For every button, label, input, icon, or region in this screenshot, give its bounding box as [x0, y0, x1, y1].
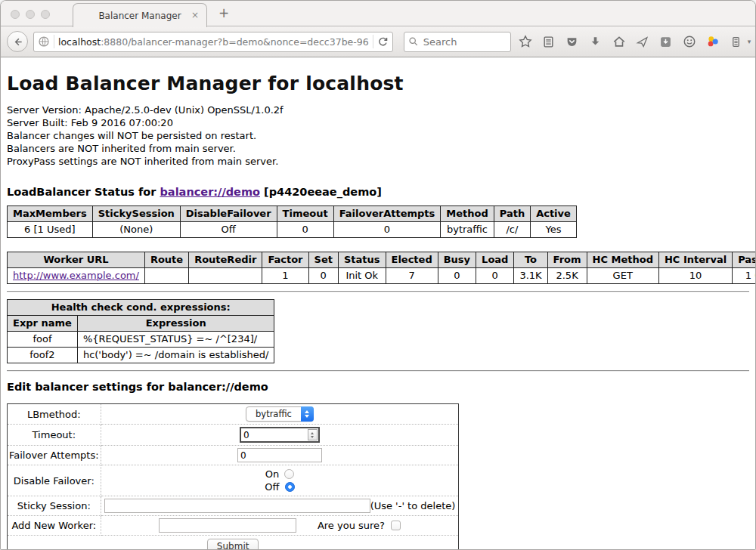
sticky-session-input[interactable]	[104, 499, 370, 513]
divider	[7, 370, 749, 372]
window-controls	[11, 10, 50, 19]
battery-panel-button[interactable]	[727, 32, 745, 51]
home-button[interactable]	[610, 32, 628, 51]
worker-url-link[interactable]: http://www.example.com/	[13, 270, 139, 281]
expr-row: foof %{REQUEST_STATUS} =~ /^[234]/	[8, 332, 274, 348]
hc-interval-cell: 10	[658, 268, 732, 284]
column-header: Expression	[77, 316, 274, 332]
proxypass-note-line: ProxyPass settings are NOT inherited fro…	[7, 155, 749, 168]
column-header: Busy	[438, 252, 476, 268]
zoom-window-button[interactable]	[41, 10, 50, 19]
table-title-row: Health check cond. expressions:	[8, 300, 274, 316]
add-worker-input[interactable]	[159, 518, 296, 533]
column-header: Path	[494, 206, 530, 222]
form-row-sticky-session: Sticky Session: (Use '-' to delete)	[8, 496, 459, 516]
page-title: Load Balancer Manager for localhost	[7, 73, 749, 94]
minimize-window-button[interactable]	[26, 10, 35, 19]
set-cell: 0	[308, 268, 338, 284]
url-bar[interactable]: localhost:8880/balancer-manager?b=demo&n…	[33, 32, 393, 52]
search-input[interactable]	[422, 36, 497, 48]
health-table-title: Health check cond. expressions:	[8, 300, 274, 316]
status-heading-prefix: LoadBalancer Status for	[7, 186, 160, 198]
are-you-sure-checkbox[interactable]	[391, 521, 401, 530]
number-spinner-icon[interactable]	[308, 429, 318, 440]
home-icon	[612, 35, 626, 48]
tab-balancer-manager[interactable]: Balancer Manager ×	[73, 3, 207, 27]
column-header: DisableFailover	[180, 206, 277, 222]
paper-plane-icon	[636, 36, 649, 48]
navigation-toolbar: localhost:8880/balancer-manager?b=demo&n…	[1, 26, 755, 57]
download-button[interactable]	[587, 32, 605, 51]
feedback-button[interactable]	[680, 32, 699, 51]
disable-failover-off-radio[interactable]	[285, 482, 295, 492]
stickysession-cell: (None)	[92, 222, 180, 238]
urlbar-divider	[54, 35, 54, 48]
server-built-line: Server Built: Feb 9 2016 07:00:20	[7, 116, 749, 129]
edit-balancer-form: LBmethod: bytraffic Timeout:	[7, 403, 459, 549]
table-row: 6 [1 Used] (None) Off 0 0 bytraffic /c/ …	[8, 222, 577, 238]
submit-button[interactable]: Submit	[207, 539, 259, 549]
url-text[interactable]: localhost:8880/balancer-manager?b=demo&n…	[58, 36, 369, 48]
bookmark-star-button[interactable]	[516, 32, 534, 51]
disablefailover-cell: Off	[180, 222, 277, 238]
expr-name-cell: foof	[8, 332, 78, 348]
balancer-demo-link[interactable]: balancer://demo	[160, 186, 260, 198]
close-tab-icon[interactable]: ×	[191, 10, 199, 20]
form-row-disable-failover: Disable Failover: On Off	[8, 465, 459, 496]
downloads-panel-button[interactable]	[657, 32, 675, 51]
back-button[interactable]	[7, 31, 28, 52]
search-icon	[408, 36, 419, 47]
column-header: Passes	[733, 252, 755, 268]
server-version-line: Server Version: Apache/2.5.0-dev (Unix) …	[7, 104, 749, 116]
column-header: MaxMembers	[8, 206, 93, 222]
send-tab-button[interactable]	[634, 32, 652, 51]
column-header: HC Interval	[658, 252, 732, 268]
reload-icon[interactable]	[377, 36, 389, 48]
column-header: Timeout	[277, 206, 333, 222]
timeout-cell: 0	[277, 222, 333, 238]
route-cell	[144, 268, 188, 284]
new-tab-button[interactable]: +	[218, 5, 229, 20]
failover-attempts-label: Failover Attempts:	[8, 446, 101, 465]
column-header: To	[514, 252, 547, 268]
search-bar[interactable]	[404, 32, 511, 52]
sticky-session-hint: (Use '-' to delete)	[370, 500, 456, 511]
status-heading-suffix: [p4420eeae_demo]	[260, 186, 382, 198]
column-header: HC Method	[587, 252, 658, 268]
failover-attempts-input[interactable]	[237, 448, 322, 462]
failoverattempts-cell: 0	[333, 222, 441, 238]
tab-strip: Balancer Manager × +	[1, 1, 755, 26]
timeout-input[interactable]	[241, 430, 308, 440]
radio-on-label: On	[265, 468, 279, 480]
expr-row: foof2 hc('body') =~ /domain is establish…	[8, 348, 274, 363]
column-header: Elected	[386, 252, 438, 268]
pocket-button[interactable]	[563, 32, 581, 51]
panel-download-icon	[659, 36, 672, 48]
reading-list-button[interactable]	[540, 32, 558, 51]
color-tool-button[interactable]	[704, 32, 722, 51]
worker-url-cell: http://www.example.com/	[8, 268, 145, 284]
urlbar-divider	[373, 35, 373, 48]
column-header: Set	[308, 252, 338, 268]
disable-failover-on-radio[interactable]	[284, 469, 294, 479]
close-window-button[interactable]	[11, 10, 20, 19]
table-header-row: Worker URL Route RouteRedir Factor Set S…	[8, 252, 756, 268]
hc-method-cell: GET	[587, 268, 658, 284]
column-header: StickySession	[92, 206, 180, 222]
expression-cell: hc('body') =~ /domain is established/	[77, 348, 274, 363]
health-check-table: Health check cond. expressions: Expr nam…	[7, 299, 274, 363]
star-icon	[519, 35, 532, 48]
timeout-label: Timeout:	[8, 425, 101, 446]
tab-title: Balancer Manager	[98, 11, 181, 21]
overflow-caret-icon[interactable]: ▾	[748, 38, 751, 45]
expr-name-cell: foof2	[8, 348, 78, 363]
routeredir-cell	[189, 268, 262, 284]
server-info: Server Version: Apache/2.5.0-dev (Unix) …	[7, 104, 749, 168]
color-dots-icon	[706, 35, 720, 48]
maxmembers-cell: 6 [1 Used]	[8, 222, 93, 238]
site-identity-globe-icon[interactable]	[38, 36, 50, 48]
lbmethod-label: LBmethod:	[8, 404, 101, 425]
column-header: Method	[441, 206, 494, 222]
column-header: Expr name	[8, 316, 78, 332]
lbmethod-select[interactable]: bytraffic	[246, 406, 314, 422]
